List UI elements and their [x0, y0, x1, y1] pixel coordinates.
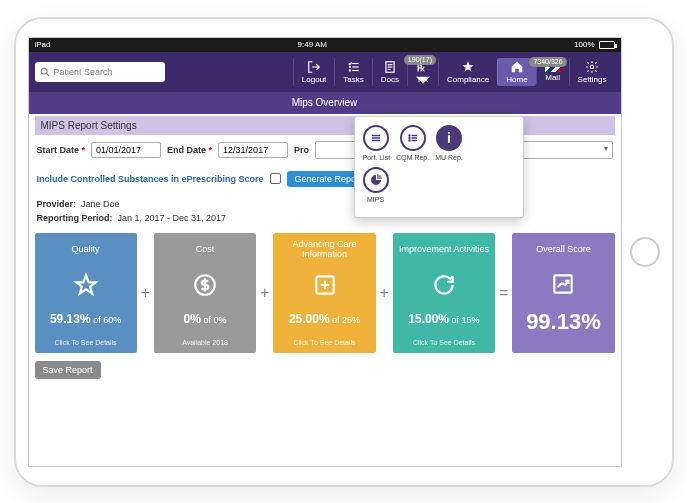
svg-point-20	[409, 140, 410, 141]
meta-period-value: Jan 1, 2017 - Dec 31, 2017	[118, 213, 227, 223]
controlled-substances-label: Include Controlled Substances in ePrescr…	[37, 174, 264, 184]
svg-line-1	[46, 73, 49, 76]
star-outline-icon	[73, 272, 99, 298]
end-date-label: End Date *	[167, 145, 212, 155]
svg-point-6	[349, 69, 350, 70]
logout-icon	[307, 60, 321, 74]
equals-icon: =	[499, 284, 508, 302]
card-ia-value: 15.00%	[408, 312, 449, 326]
nav-mail-label: Mail	[545, 73, 560, 82]
battery-icon	[599, 41, 615, 49]
flyout-mu-label: MU Rep.	[435, 154, 463, 161]
start-date-label: Start Date *	[37, 145, 86, 155]
sub-header: Mips Overview	[29, 92, 621, 114]
home-flyout: Port. List CQM Rep. i MU Rep. MIPS	[354, 116, 524, 218]
sub-header-title: Mips Overview	[292, 97, 358, 108]
nav-compliance[interactable]: Compliance	[438, 58, 497, 86]
card-cost-sub: Available 2018	[182, 339, 228, 346]
flyout-cqm-label: CQM Rep.	[396, 154, 429, 161]
meta-provider-value: Jane Doe	[81, 199, 120, 209]
card-overall-title: Overall Score	[536, 239, 591, 259]
nav-docs-label: Docs	[381, 75, 399, 84]
flyout-port-label: Port. List	[363, 154, 391, 161]
nav-logout[interactable]: Logout	[293, 58, 334, 86]
star-icon	[461, 60, 475, 74]
ipad-frame: iPad 9:49 AM 100% Patient Search Logout …	[14, 17, 674, 487]
card-aci[interactable]: Advancing Care Information 25.00% of 25%…	[273, 233, 375, 353]
card-overall[interactable]: Overall Score 99.13%	[512, 233, 614, 353]
screen: iPad 9:49 AM 100% Patient Search Logout …	[28, 37, 622, 467]
panel-title: MIPS Report Settings	[35, 116, 615, 135]
dollar-icon	[192, 272, 218, 298]
gear-icon	[585, 60, 599, 74]
main-content: MIPS Report Settings Start Date * End Da…	[29, 116, 621, 379]
top-nav: Logout Tasks Docs 190(17) ℞ Rx	[167, 58, 615, 86]
card-cost-value: 0%	[184, 312, 201, 326]
search-placeholder: Patient Search	[54, 67, 113, 77]
card-cost[interactable]: Cost 0% of 0% Available 2018	[154, 233, 256, 353]
nav-tasks[interactable]: Tasks	[334, 58, 371, 86]
report-meta: Provider: Jane Doe Reporting Period: Jan…	[35, 193, 615, 229]
carrier-label: iPad	[35, 40, 51, 49]
nav-logout-label: Logout	[302, 75, 326, 84]
svg-point-12	[590, 65, 594, 69]
card-cost-title: Cost	[196, 239, 215, 259]
flyout-cqm-rep[interactable]: CQM Rep.	[396, 125, 429, 161]
controlled-substances-checkbox[interactable]	[270, 173, 281, 184]
plus-icon: +	[260, 284, 269, 302]
flyout-mu-rep[interactable]: i MU Rep.	[435, 125, 463, 161]
flyout-mips[interactable]: MIPS	[363, 167, 389, 203]
flyout-mips-label: MIPS	[367, 196, 384, 203]
card-quality-title: Quality	[72, 239, 100, 259]
plus-icon: +	[141, 284, 150, 302]
svg-point-16	[409, 135, 410, 136]
pie-icon	[370, 174, 382, 186]
card-ia-sub: Click To See Details	[413, 339, 475, 346]
card-quality-sub: Click To See Details	[55, 339, 117, 346]
refresh-icon	[431, 272, 457, 298]
ipad-home-button[interactable]	[630, 237, 660, 267]
svg-point-5	[349, 66, 350, 67]
patient-search-input[interactable]: Patient Search	[35, 62, 165, 82]
save-report-button[interactable]: Save Report	[35, 361, 101, 379]
meta-provider-label: Provider:	[37, 199, 77, 209]
start-date-input[interactable]	[91, 142, 161, 158]
card-aci-value: 25.00%	[289, 312, 330, 326]
battery-percent: 100%	[574, 40, 594, 49]
tasks-icon	[347, 60, 361, 74]
home-icon	[510, 60, 524, 74]
rx-badge: 190(17)	[404, 55, 436, 65]
status-bar: iPad 9:49 AM 100%	[29, 38, 621, 52]
docs-icon	[383, 60, 397, 74]
card-quality-value: 59.13%	[50, 312, 91, 326]
top-nav-bar: Patient Search Logout Tasks Docs 190(17)	[29, 52, 621, 92]
date-row: Start Date * End Date * Pro	[35, 135, 615, 165]
chart-up-icon	[550, 271, 576, 297]
nav-compliance-label: Compliance	[447, 75, 489, 84]
flyout-port-list[interactable]: Port. List	[363, 125, 391, 161]
nav-tasks-label: Tasks	[343, 75, 363, 84]
info-icon: i	[436, 125, 462, 151]
svg-point-0	[41, 68, 47, 74]
card-aci-title: Advancing Care Information	[277, 239, 371, 259]
chevron-down-icon	[416, 74, 430, 88]
mail-badge: 7340/326	[529, 57, 566, 67]
score-cards: Quality 59.13% of 60% Click To See Detai…	[35, 233, 615, 353]
card-quality[interactable]: Quality 59.13% of 60% Click To See Detai…	[35, 233, 137, 353]
nav-rx[interactable]: 190(17) ℞ Rx	[407, 58, 438, 86]
nav-docs[interactable]: Docs	[372, 58, 407, 86]
search-icon	[40, 67, 50, 77]
card-ia[interactable]: Improvement Activities 15.00% of 15% Cli…	[393, 233, 495, 353]
nav-mail[interactable]: 7340/326 Mail	[536, 60, 569, 84]
svg-point-18	[409, 137, 410, 138]
card-overall-value: 99.13%	[526, 309, 601, 335]
nav-home-label: Home	[506, 75, 527, 84]
clock: 9:49 AM	[51, 40, 575, 49]
end-date-input[interactable]	[218, 142, 288, 158]
card-aci-sub: Click To See Details	[293, 339, 355, 346]
card-ia-title: Improvement Activities	[399, 239, 489, 259]
plus-icon: +	[380, 284, 389, 302]
controlled-row: Include Controlled Substances in ePrescr…	[35, 165, 615, 193]
medical-plus-icon	[312, 272, 338, 298]
nav-settings[interactable]: Settings	[569, 58, 615, 86]
